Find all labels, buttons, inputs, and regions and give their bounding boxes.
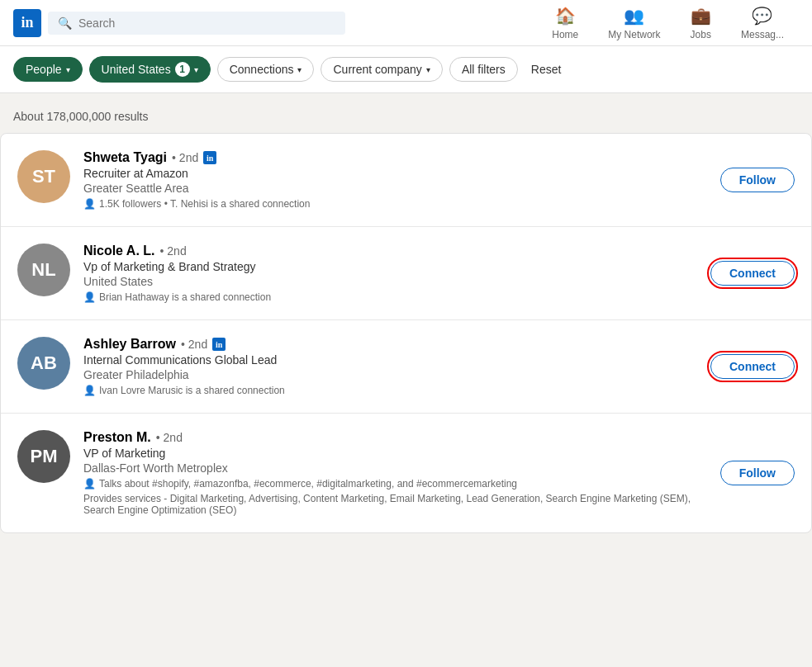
person-title: Internal Communications Global Lead	[83, 353, 694, 367]
united-states-badge: 1	[175, 62, 190, 77]
connections-filter-label: Connections	[230, 63, 294, 76]
current-company-filter-button[interactable]: Current company ▾	[321, 57, 442, 82]
person-meta-2: Provides services - Digital Marketing, A…	[83, 493, 704, 516]
connect-button[interactable]: Connect	[710, 354, 795, 379]
avatar: NL	[17, 244, 70, 296]
header: in 🔍 🏠 Home 👥 My Network 💼 Jobs 💬 Messag…	[0, 0, 812, 46]
person-card: PMPreston M.• 2ndVP of MarketingDallas-F…	[1, 414, 811, 532]
person-name[interactable]: Ashley Barrow	[83, 337, 176, 352]
nav-messaging-label: Messag...	[741, 29, 784, 40]
connections-icon: 👤	[83, 198, 96, 210]
united-states-filter-label: United States	[102, 63, 171, 76]
connect-button[interactable]: Connect	[710, 261, 795, 286]
linkedin-badge: in	[203, 151, 216, 164]
nav-jobs-label: Jobs	[691, 29, 711, 40]
person-name[interactable]: Nicole A. L.	[83, 244, 155, 258]
avatar: AB	[17, 337, 70, 390]
person-name-row: Preston M.• 2nd	[83, 430, 704, 445]
jobs-icon: 💼	[691, 6, 711, 26]
person-card: NLNicole A. L.• 2ndVp of Marketing & Bra…	[1, 227, 811, 320]
results-count: About 178,000,000 results	[0, 103, 812, 133]
person-name-row: Ashley Barrow• 2ndin	[83, 337, 694, 352]
people-filter-label: People	[26, 63, 62, 76]
connections-filter-button[interactable]: Connections ▾	[217, 57, 315, 82]
person-degree: • 2nd	[172, 151, 198, 164]
connections-icon: 👤	[83, 478, 96, 490]
person-location: Greater Seattle Area	[83, 182, 704, 195]
linkedin-badge: in	[212, 338, 226, 351]
follow-button[interactable]: Follow	[720, 168, 795, 192]
filter-bar: People ▾ United States 1 ▾ Connections ▾…	[0, 46, 812, 93]
nav-jobs[interactable]: 💼 Jobs	[676, 0, 726, 46]
search-icon: 🔍	[58, 17, 72, 30]
person-name[interactable]: Preston M.	[83, 430, 151, 445]
nav-home-label: Home	[552, 29, 578, 40]
person-meta: 👤Ivan Lovre Marusic is a shared connecti…	[83, 385, 694, 396]
person-degree: • 2nd	[160, 244, 187, 258]
main-nav: 🏠 Home 👥 My Network 💼 Jobs 💬 Messag...	[537, 0, 799, 46]
avatar: ST	[17, 150, 70, 203]
person-info: Preston M.• 2ndVP of MarketingDallas-For…	[83, 430, 704, 516]
person-degree: • 2nd	[156, 431, 183, 444]
connections-icon: 👤	[83, 385, 96, 396]
linkedin-logo[interactable]: in	[13, 9, 41, 37]
person-title: VP of Marketing	[83, 447, 704, 460]
all-filters-label: All filters	[462, 63, 506, 76]
home-icon: 🏠	[555, 6, 576, 26]
current-company-filter-label: Current company	[333, 63, 421, 76]
person-meta: 👤Talks about #shopify, #amazonfba, #ecom…	[83, 478, 704, 490]
person-name-row: Shweta Tyagi• 2ndin	[83, 150, 704, 165]
person-location: United States	[83, 275, 694, 288]
connections-chevron-icon: ▾	[297, 65, 302, 74]
network-icon: 👥	[624, 6, 644, 26]
person-degree: • 2nd	[181, 338, 207, 351]
person-info: Nicole A. L.• 2ndVp of Marketing & Brand…	[83, 244, 694, 303]
person-location: Greater Philadelphia	[83, 368, 694, 381]
nav-home[interactable]: 🏠 Home	[537, 0, 593, 46]
people-cards-container: STShweta Tyagi• 2ndinRecruiter at Amazon…	[0, 133, 812, 533]
person-card: ABAshley Barrow• 2ndinInternal Communica…	[1, 320, 811, 414]
person-meta: 👤1.5K followers • T. Nehisi is a shared …	[83, 198, 704, 210]
person-card: STShweta Tyagi• 2ndinRecruiter at Amazon…	[1, 134, 811, 227]
nav-network-label: My Network	[608, 29, 660, 40]
person-title: Recruiter at Amazon	[83, 167, 704, 180]
people-chevron-icon: ▾	[66, 65, 70, 74]
united-states-filter-button[interactable]: United States 1 ▾	[89, 56, 211, 83]
person-name[interactable]: Shweta Tyagi	[83, 150, 167, 165]
results-area: About 178,000,000 results STShweta Tyagi…	[0, 93, 812, 543]
united-states-chevron-icon: ▾	[194, 65, 198, 74]
search-input[interactable]	[78, 17, 335, 30]
nav-messaging[interactable]: 💬 Messag...	[726, 0, 799, 46]
person-info: Ashley Barrow• 2ndinInternal Communicati…	[83, 337, 694, 396]
person-location: Dallas-Fort Worth Metroplex	[83, 461, 704, 475]
person-info: Shweta Tyagi• 2ndinRecruiter at AmazonGr…	[83, 150, 704, 210]
connections-icon: 👤	[83, 291, 96, 303]
reset-button[interactable]: Reset	[525, 58, 568, 81]
current-company-chevron-icon: ▾	[426, 65, 430, 74]
avatar: PM	[17, 430, 70, 483]
search-box[interactable]: 🔍	[48, 12, 345, 35]
person-name-row: Nicole A. L.• 2nd	[83, 244, 694, 258]
nav-my-network[interactable]: 👥 My Network	[593, 0, 675, 46]
follow-button[interactable]: Follow	[720, 461, 795, 485]
people-filter-button[interactable]: People ▾	[13, 57, 83, 82]
messaging-icon: 💬	[752, 6, 772, 26]
person-title: Vp of Marketing & Brand Strategy	[83, 260, 694, 273]
all-filters-button[interactable]: All filters	[449, 57, 518, 82]
person-meta: 👤Brian Hathaway is a shared connection	[83, 291, 694, 303]
